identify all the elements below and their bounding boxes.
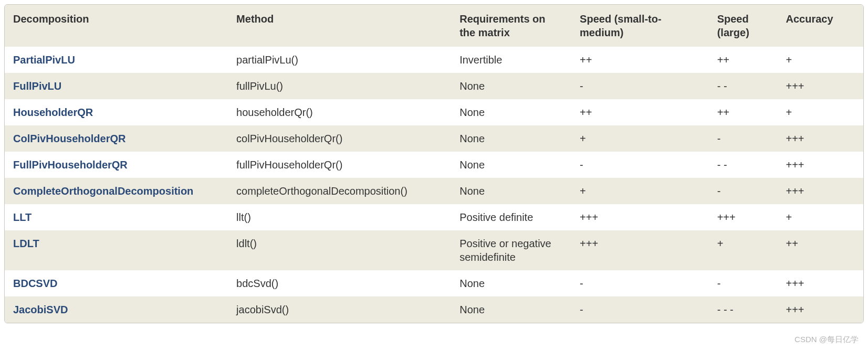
cell-speed-small: +++ <box>571 230 709 270</box>
cell-requirements: None <box>451 125 571 152</box>
decomposition-table: Decomposition Method Requirements on the… <box>5 5 863 323</box>
table-row: LLT llt() Positive definite +++ +++ + <box>5 204 863 230</box>
cell-speed-large: - <box>709 270 778 296</box>
table-row: HouseholderQR householderQr() None ++ ++… <box>5 99 863 125</box>
cell-speed-small: + <box>571 125 709 152</box>
cell-speed-small: ++ <box>571 47 709 73</box>
cell-decomposition[interactable]: LLT <box>5 204 228 230</box>
cell-decomposition[interactable]: BDCSVD <box>5 270 228 296</box>
cell-requirements: None <box>451 178 571 204</box>
cell-accuracy: +++ <box>777 73 863 99</box>
table-header-row: Decomposition Method Requirements on the… <box>5 5 863 47</box>
cell-speed-small: - <box>571 270 709 296</box>
cell-decomposition[interactable]: LDLT <box>5 230 228 270</box>
header-speed-large: Speed (large) <box>709 5 778 47</box>
cell-method: jacobiSvd() <box>228 296 451 323</box>
cell-accuracy: +++ <box>777 296 863 323</box>
cell-method: llt() <box>228 204 451 230</box>
cell-decomposition[interactable]: PartialPivLU <box>5 47 228 73</box>
header-speed-small: Speed (small-to-medium) <box>571 5 709 47</box>
table-body: PartialPivLU partialPivLu() Invertible +… <box>5 47 863 323</box>
cell-decomposition[interactable]: CompleteOrthogonalDecomposition <box>5 178 228 204</box>
table-row: BDCSVD bdcSvd() None - - +++ <box>5 270 863 296</box>
cell-accuracy: + <box>777 47 863 73</box>
cell-speed-large: ++ <box>709 47 778 73</box>
cell-method: partialPivLu() <box>228 47 451 73</box>
cell-speed-small: +++ <box>571 204 709 230</box>
cell-decomposition[interactable]: FullPivHouseholderQR <box>5 152 228 178</box>
cell-accuracy: +++ <box>777 178 863 204</box>
cell-decomposition[interactable]: HouseholderQR <box>5 99 228 125</box>
cell-speed-large: - <box>709 125 778 152</box>
table-row: CompleteOrthogonalDecomposition complete… <box>5 178 863 204</box>
cell-accuracy: + <box>777 99 863 125</box>
decomposition-table-container: Decomposition Method Requirements on the… <box>4 4 864 323</box>
cell-accuracy: +++ <box>777 270 863 296</box>
cell-requirements: None <box>451 270 571 296</box>
cell-speed-small: - <box>571 152 709 178</box>
table-row: JacobiSVD jacobiSvd() None - - - - +++ <box>5 296 863 323</box>
cell-requirements: None <box>451 99 571 125</box>
header-method: Method <box>228 5 451 47</box>
cell-accuracy: +++ <box>777 125 863 152</box>
table-row: ColPivHouseholderQR colPivHouseholderQr(… <box>5 125 863 152</box>
cell-method: colPivHouseholderQr() <box>228 125 451 152</box>
cell-accuracy: + <box>777 204 863 230</box>
cell-requirements: Positive or negative semidefinite <box>451 230 571 270</box>
table-row: FullPivHouseholderQR fullPivHouseholderQ… <box>5 152 863 178</box>
cell-speed-small: + <box>571 178 709 204</box>
cell-speed-large: - - <box>709 73 778 99</box>
cell-speed-large: - - <box>709 152 778 178</box>
header-accuracy: Accuracy <box>777 5 863 47</box>
cell-method: completeOrthogonalDecomposition() <box>228 178 451 204</box>
cell-accuracy: ++ <box>777 230 863 270</box>
cell-requirements: None <box>451 296 571 323</box>
cell-speed-large: - <box>709 178 778 204</box>
cell-method: fullPivLu() <box>228 73 451 99</box>
cell-requirements: None <box>451 152 571 178</box>
cell-method: fullPivHouseholderQr() <box>228 152 451 178</box>
header-decomposition: Decomposition <box>5 5 228 47</box>
cell-method: householderQr() <box>228 99 451 125</box>
cell-speed-small: - <box>571 296 709 323</box>
table-row: PartialPivLU partialPivLu() Invertible +… <box>5 47 863 73</box>
cell-speed-small: ++ <box>571 99 709 125</box>
cell-speed-large: +++ <box>709 204 778 230</box>
cell-speed-small: - <box>571 73 709 99</box>
cell-method: bdcSvd() <box>228 270 451 296</box>
cell-method: ldlt() <box>228 230 451 270</box>
cell-decomposition[interactable]: FullPivLU <box>5 73 228 99</box>
cell-accuracy: +++ <box>777 152 863 178</box>
cell-requirements: Invertible <box>451 47 571 73</box>
cell-speed-large: + <box>709 230 778 270</box>
cell-speed-large: ++ <box>709 99 778 125</box>
table-row: FullPivLU fullPivLu() None - - - +++ <box>5 73 863 99</box>
cell-decomposition[interactable]: JacobiSVD <box>5 296 228 323</box>
cell-decomposition[interactable]: ColPivHouseholderQR <box>5 125 228 152</box>
cell-requirements: Positive definite <box>451 204 571 230</box>
table-row: LDLT ldlt() Positive or negative semidef… <box>5 230 863 270</box>
cell-requirements: None <box>451 73 571 99</box>
header-requirements: Requirements on the matrix <box>451 5 571 47</box>
cell-speed-large: - - - <box>709 296 778 323</box>
